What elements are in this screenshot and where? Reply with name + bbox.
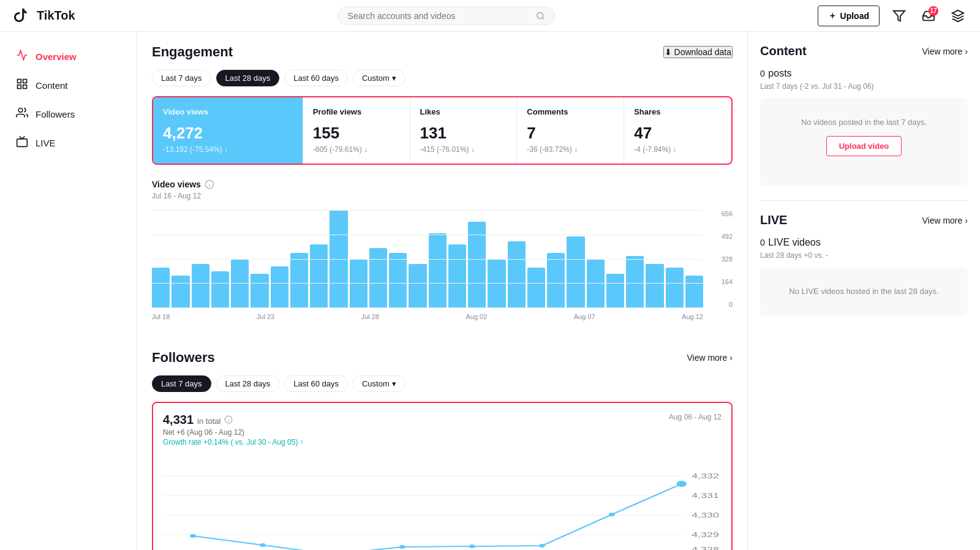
grid-line — [152, 210, 703, 211]
filter-icon-btn[interactable] — [889, 6, 909, 26]
live-empty-state: No LIVE videos hosted in the last 28 day… — [760, 267, 968, 315]
upload-video-button[interactable]: Upload video — [826, 136, 902, 156]
view-more-label: View more — [687, 353, 727, 363]
download-label: Download data — [674, 47, 731, 57]
sidebar-item-followers[interactable]: Followers — [5, 100, 132, 128]
sidebar-label-overview: Overview — [36, 51, 77, 62]
search-icon — [536, 11, 545, 21]
chart-date-range: Jul 16 - Aug 12 — [152, 192, 733, 200]
overview-icon — [15, 49, 29, 64]
stat-change-comments: -36 (-83.72%) ↓ — [527, 145, 614, 154]
stat-card-profile-views: Profile views 155 -605 (-79.61%) ↓ — [303, 97, 410, 164]
bar — [587, 260, 605, 308]
engagement-title: Engagement — [152, 44, 233, 60]
followers-filter-last60[interactable]: Last 60 days — [284, 375, 348, 392]
stat-value-comments: 7 — [527, 124, 614, 143]
bar — [567, 236, 584, 308]
sidebar-item-live[interactable]: LIVE — [5, 129, 132, 157]
main-content: Overview Content Followers — [0, 32, 980, 550]
sidebar: Overview Content Followers — [0, 32, 137, 550]
right-content-section: Content View more › 0 posts Last 7 days … — [760, 44, 968, 186]
svg-point-27 — [399, 545, 405, 549]
search-bar[interactable] — [337, 7, 556, 25]
svg-point-24 — [190, 534, 196, 538]
followers-net: Net +6 (Aug 06 - Aug 12) — [163, 428, 722, 437]
stat-label-video-views: Video views — [163, 107, 293, 116]
live-view-more[interactable]: View more › — [922, 216, 968, 225]
download-button[interactable]: ⬇ Download data — [663, 46, 733, 58]
live-subtext: Last 28 days +0 vs. - — [760, 251, 968, 260]
bar — [685, 276, 703, 308]
panel-divider — [760, 200, 968, 201]
sidebar-label-followers: Followers — [36, 109, 75, 119]
svg-point-25 — [260, 543, 266, 547]
search-input[interactable] — [348, 11, 531, 21]
stat-label-likes: Likes — [420, 107, 507, 116]
filter-last28days[interactable]: Last 28 days — [216, 70, 280, 86]
svg-rect-6 — [18, 85, 21, 89]
followers-icon — [15, 107, 29, 122]
chevron-down-icon: ▾ — [392, 379, 396, 388]
followers-view-more[interactable]: View more › — [687, 353, 733, 363]
bar — [448, 244, 466, 308]
filter-last60days[interactable]: Last 60 days — [284, 70, 348, 86]
bar — [666, 268, 684, 308]
content-area: Engagement ⬇ Download data Last 7 days L… — [137, 32, 747, 550]
chevron-down-icon: ▾ — [392, 73, 396, 83]
sidebar-item-overview[interactable]: Overview — [5, 43, 132, 70]
stat-label-profile-views: Profile views — [313, 107, 400, 116]
y-axis: 656 492 328 164 0 — [706, 210, 733, 308]
followers-filter-last7[interactable]: Last 7 days — [152, 375, 211, 392]
bar — [527, 268, 545, 308]
content-view-more[interactable]: View more › — [922, 47, 968, 56]
stats-grid: Video views 4,272 -13,192 (-75.54%) ↓ Pr… — [152, 96, 733, 165]
live-empty-message: No LIVE videos hosted in the last 28 day… — [770, 287, 958, 296]
chart-title: Video views — [152, 179, 733, 189]
svg-marker-2 — [952, 10, 963, 15]
followers-filter-last28[interactable]: Last 28 days — [216, 375, 280, 392]
sidebar-label-content: Content — [36, 80, 68, 91]
followers-filter-custom[interactable]: Custom ▾ — [353, 375, 405, 392]
bar-chart: 656 492 328 164 0 — [152, 210, 733, 308]
content-empty-state: No videos posted in the last 7 days. Upl… — [760, 98, 968, 186]
custom-label: Custom — [362, 73, 390, 83]
filter-icon — [892, 9, 906, 23]
bar — [231, 260, 249, 308]
layers-icon-btn[interactable] — [948, 6, 968, 26]
engagement-header: Engagement ⬇ Download data — [152, 44, 733, 60]
svg-marker-1 — [894, 10, 905, 21]
followers-date-range: Aug 06 - Aug 12 — [669, 413, 722, 421]
engagement-section: Engagement ⬇ Download data Last 7 days L… — [137, 32, 747, 337]
right-live-section: LIVE View more › 0 LIVE videos Last 28 d… — [760, 213, 968, 315]
filter-custom-engagement[interactable]: Custom ▾ — [353, 70, 405, 86]
svg-text:4,328: 4,328 — [692, 546, 719, 550]
bar — [172, 276, 189, 308]
notification-icon-btn[interactable]: 17 — [919, 6, 938, 26]
bar — [606, 274, 624, 308]
upload-label: Upload — [840, 11, 869, 21]
bar — [488, 260, 505, 308]
upload-button[interactable]: ＋ Upload — [818, 6, 880, 26]
sidebar-item-content[interactable]: Content — [5, 72, 132, 99]
download-icon: ⬇ — [665, 47, 672, 57]
right-live-header: LIVE View more › — [760, 213, 968, 227]
chevron-right-icon: › — [729, 353, 733, 363]
filter-last7days[interactable]: Last 7 days — [152, 70, 211, 86]
logo[interactable]: TikTok — [12, 6, 75, 26]
logo-text: TikTok — [37, 9, 75, 23]
content-posts-count-row: 0 posts — [760, 66, 968, 80]
svg-text:4,331: 4,331 — [692, 492, 719, 499]
svg-point-28 — [469, 544, 475, 548]
followers-title: Followers — [152, 350, 215, 366]
followers-total-suffix: in total — [197, 416, 221, 426]
bar — [271, 266, 288, 308]
svg-rect-8 — [17, 139, 28, 147]
svg-point-29 — [539, 544, 545, 548]
bar — [350, 260, 368, 308]
svg-point-0 — [537, 12, 543, 18]
followers-total-row: 4,331 in total — [163, 413, 722, 427]
bar — [152, 268, 170, 308]
svg-rect-5 — [23, 85, 27, 89]
stat-card-shares: Shares 47 -4 (-7.84%) ↓ — [624, 97, 731, 164]
bar — [429, 233, 447, 308]
